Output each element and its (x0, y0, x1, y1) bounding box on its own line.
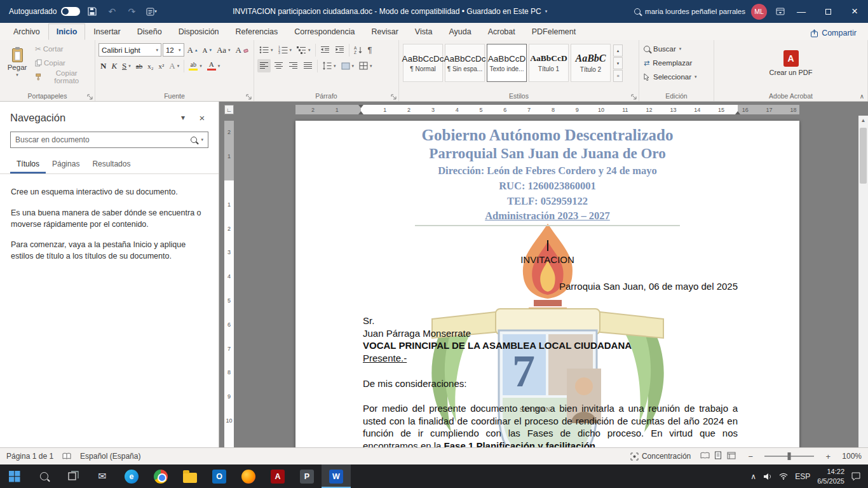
borders-button[interactable]: ▾ (357, 59, 374, 72)
tab-referencias[interactable]: Referencias (227, 24, 287, 40)
taskbar-app-word[interactable]: W (322, 464, 351, 488)
align-justify-button[interactable] (301, 59, 315, 72)
style-titulo-2[interactable]: AaBbCTítulo 2 (571, 44, 611, 82)
network-button[interactable] (779, 473, 788, 480)
restore-button[interactable] (815, 0, 841, 23)
autosave-toggle[interactable] (61, 7, 80, 16)
align-left-button[interactable] (257, 59, 271, 72)
clipboard-dialog-launcher[interactable] (86, 92, 93, 99)
read-mode-button[interactable] (700, 452, 710, 461)
notifications-button[interactable] (851, 472, 860, 480)
title-caret-icon[interactable]: ▾ (545, 9, 548, 14)
increase-indent-button[interactable] (333, 43, 346, 57)
style-titulo-1[interactable]: AaBbCcDTítulo 1 (529, 44, 569, 82)
volume-button[interactable] (763, 473, 772, 480)
styles-scroll-up-button[interactable]: ▴ (613, 44, 623, 57)
ribbon-display-options-button[interactable] (773, 3, 788, 20)
navigation-collapse-button[interactable]: ▾ (177, 111, 189, 124)
font-family-select[interactable]: Calibri Light▾ (98, 43, 161, 57)
shading-button[interactable]: ▾ (339, 59, 356, 72)
multilevel-list-button[interactable]: ▾ (295, 43, 313, 57)
share-button[interactable]: Compartir (805, 26, 862, 40)
user-avatar[interactable]: ML (751, 4, 767, 20)
tab-acrobat[interactable]: Acrobat (480, 24, 524, 40)
tab-selector[interactable]: ∟ (224, 105, 234, 114)
close-button[interactable]: × (841, 0, 868, 23)
styles-scroll-down-button[interactable]: ▾ (613, 57, 623, 69)
bullets-button[interactable]: ▾ (257, 43, 275, 57)
tab-pdfelement[interactable]: PDFelement (524, 24, 584, 40)
clear-formatting-button[interactable]: A (234, 43, 250, 57)
underline-button[interactable]: S▾ (120, 59, 133, 72)
italic-button[interactable]: K (109, 59, 119, 72)
nav-tab-paginas[interactable]: Páginas (46, 156, 86, 173)
tab-revisar[interactable]: Revisar (363, 24, 406, 40)
paragraph-dialog-launcher[interactable] (390, 92, 397, 99)
zoom-out-button[interactable]: − (745, 452, 756, 461)
paste-button[interactable]: Pegar ▾ (3, 42, 31, 84)
tab-correspondencia[interactable]: Correspondencia (286, 24, 363, 40)
decrease-indent-button[interactable] (318, 43, 332, 57)
redo-button[interactable]: ↷ (124, 3, 139, 20)
tab-insertar[interactable]: Insertar (85, 24, 128, 40)
text-effects-button[interactable]: A▾ (167, 59, 181, 72)
cut-button[interactable]: ✂Cortar (33, 43, 92, 56)
zoom-slider-thumb[interactable] (788, 452, 791, 460)
language-indicator-button[interactable]: ESP (795, 472, 810, 481)
user-name[interactable]: maria lourdes peñafiel parrales (645, 8, 745, 15)
nav-tab-titulos[interactable]: Títulos (10, 156, 46, 173)
zoom-level[interactable]: 100% (842, 452, 862, 461)
align-right-button[interactable] (287, 59, 300, 72)
style-sin-espaciado[interactable]: AaBbCcDc¶ Sin espa... (445, 44, 485, 82)
h-ruler[interactable]: 21123456789101112131415161718 (295, 105, 799, 114)
copy-button[interactable]: Copiar (33, 57, 92, 70)
tab-archivo[interactable]: Archivo (5, 24, 48, 40)
subscript-button[interactable]: x₂ (146, 59, 155, 72)
save-button[interactable] (85, 3, 100, 20)
minimize-button[interactable]: — (788, 0, 815, 23)
navigation-close-button[interactable]: × (196, 111, 208, 124)
hidden-icons-button[interactable]: ∧ (750, 472, 756, 481)
font-dialog-launcher[interactable] (245, 92, 252, 99)
font-size-select[interactable]: 12▾ (163, 43, 184, 57)
task-view-button[interactable] (58, 464, 88, 488)
search-options-caret-icon[interactable]: ▾ (201, 137, 203, 142)
document-page[interactable]: 7 SAN JUAN Gobierno Autónomo Descentrali… (295, 121, 799, 447)
print-layout-button[interactable] (713, 451, 723, 461)
bold-button[interactable]: N (98, 59, 108, 72)
style-normal[interactable]: AaBbCcDc¶ Normal (403, 44, 443, 82)
scroll-up-arrow-icon[interactable]: ▲ (858, 116, 868, 125)
style-texto-independiente[interactable]: AaBbCcDTexto inde... (487, 44, 527, 82)
tab-ayuda[interactable]: Ayuda (440, 24, 479, 40)
shrink-font-button[interactable]: A▾ (200, 43, 213, 57)
language-indicator[interactable]: Español (España) (80, 452, 140, 461)
collapse-ribbon-button[interactable]: ∧ (860, 93, 864, 100)
proofing-status[interactable] (62, 452, 71, 460)
vertical-scrollbar[interactable]: ▲ (858, 116, 868, 447)
taskbar-app-mail[interactable]: ✉ (88, 464, 117, 488)
replace-button[interactable]: ⇄Reemplazar (642, 56, 710, 70)
taskbar-app-outlook[interactable]: O (205, 464, 234, 488)
tab-vista[interactable]: Vista (407, 24, 441, 40)
v-ruler[interactable]: 2112345678910 (224, 121, 234, 447)
numbering-button[interactable]: 123▾ (276, 43, 294, 57)
undo-button[interactable]: ↶ (104, 3, 119, 20)
change-case-button[interactable]: Aa▾ (215, 43, 233, 57)
tab-disposicion[interactable]: Disposición (170, 24, 227, 40)
grow-font-button[interactable]: A▴ (186, 43, 200, 57)
line-spacing-button[interactable]: ▾ (320, 59, 338, 72)
clock[interactable]: 14:226/5/2025 (817, 467, 844, 485)
nav-tab-resultados[interactable]: Resultados (86, 156, 137, 173)
navigation-search-input[interactable] (15, 135, 187, 144)
create-pdf-button[interactable]: A Crear un PDF (766, 42, 816, 85)
web-layout-button[interactable] (726, 452, 736, 461)
tab-inicio[interactable]: Inicio (48, 24, 86, 40)
taskbar-app-pdfelement[interactable]: P (292, 464, 322, 488)
find-button[interactable]: Buscar▾ (642, 42, 710, 56)
sort-button[interactable]: AZ (352, 43, 365, 57)
quick-access-button[interactable]: ▾ (144, 3, 159, 20)
focus-mode-button[interactable]: Concentración (630, 452, 691, 461)
taskbar-app-file-explorer[interactable] (175, 464, 205, 488)
taskbar-app-edge[interactable]: e (117, 464, 146, 488)
taskbar-search-button[interactable] (29, 464, 58, 488)
